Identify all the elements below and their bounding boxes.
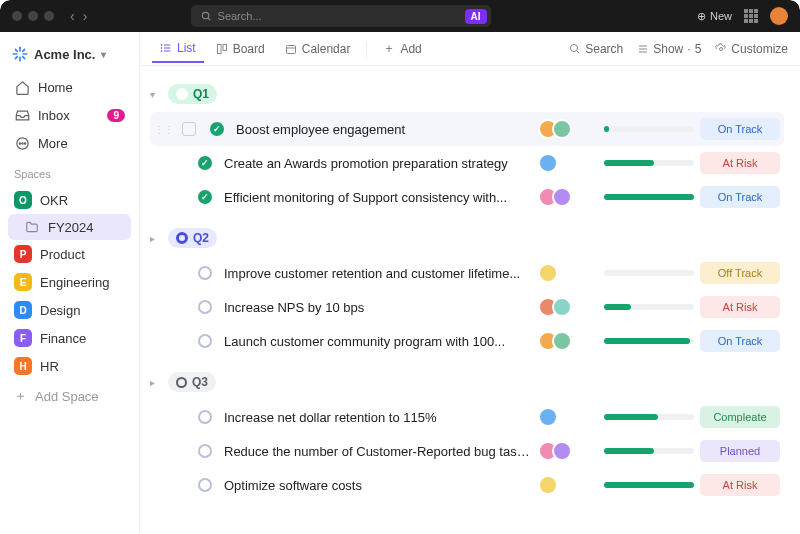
group-toggle[interactable]: ▾ bbox=[150, 89, 160, 100]
nav-more[interactable]: More bbox=[8, 130, 131, 156]
task-row[interactable]: ⋮⋮Boost employee engagementOn Track bbox=[150, 112, 784, 146]
add-space-button[interactable]: ＋ Add Space bbox=[8, 382, 131, 410]
status-ring-icon bbox=[176, 232, 188, 244]
assignee-avatar[interactable] bbox=[552, 331, 572, 351]
status-pill[interactable]: At Risk bbox=[700, 152, 780, 174]
space-label: OKR bbox=[40, 193, 68, 208]
space-label: Finance bbox=[40, 331, 86, 346]
svg-line-25 bbox=[577, 50, 580, 53]
group-badge[interactable]: ✓Q1 bbox=[168, 84, 217, 104]
task-title: Boost employee engagement bbox=[236, 122, 532, 137]
status-pill[interactable]: At Risk bbox=[700, 474, 780, 496]
space-item[interactable]: PProduct bbox=[8, 240, 131, 268]
assignee-avatar[interactable] bbox=[552, 187, 572, 207]
status-pill[interactable]: At Risk bbox=[700, 296, 780, 318]
space-item[interactable]: DDesign bbox=[8, 296, 131, 324]
task-row[interactable]: Increase NPS by 10 bpsAt Risk bbox=[194, 290, 784, 324]
group-badge[interactable]: Q2 bbox=[168, 228, 217, 248]
status-icon[interactable] bbox=[198, 334, 212, 348]
progress-bar bbox=[604, 338, 694, 344]
assignees bbox=[538, 407, 598, 427]
row-checkbox[interactable] bbox=[182, 122, 196, 136]
group-name: Q2 bbox=[193, 231, 209, 245]
assignee-avatar[interactable] bbox=[538, 475, 558, 495]
assignee-avatar[interactable] bbox=[552, 119, 572, 139]
traffic-dot[interactable] bbox=[28, 11, 38, 21]
status-icon[interactable] bbox=[198, 444, 212, 458]
task-row[interactable]: Launch customer community program with 1… bbox=[194, 324, 784, 358]
status-pill[interactable]: On Track bbox=[700, 118, 780, 140]
toolbar-customize[interactable]: Customize bbox=[715, 42, 788, 56]
new-button[interactable]: ⊕ New bbox=[697, 10, 732, 23]
nav-inbox[interactable]: Inbox 9 bbox=[8, 102, 131, 128]
forward-icon[interactable]: › bbox=[83, 8, 88, 24]
view-tab-list[interactable]: List bbox=[152, 35, 204, 63]
status-pill[interactable]: On Track bbox=[700, 330, 780, 352]
list-icon bbox=[160, 42, 172, 54]
status-complete-icon: ✓ bbox=[176, 88, 188, 100]
status-pill[interactable]: Planned bbox=[700, 440, 780, 462]
traffic-dot[interactable] bbox=[44, 11, 54, 21]
progress-bar bbox=[604, 414, 694, 420]
task-title: Launch customer community program with 1… bbox=[224, 334, 532, 349]
status-icon[interactable] bbox=[198, 410, 212, 424]
nav-home[interactable]: Home bbox=[8, 74, 131, 100]
back-icon[interactable]: ‹ bbox=[70, 8, 75, 24]
space-item[interactable]: EEngineering bbox=[8, 268, 131, 296]
apps-grid-icon[interactable] bbox=[744, 9, 758, 23]
svg-rect-20 bbox=[217, 44, 221, 53]
task-list: ▾✓Q1⋮⋮Boost employee engagementOn TrackC… bbox=[140, 66, 800, 534]
group-toggle[interactable]: ▸ bbox=[150, 233, 160, 244]
search-icon bbox=[569, 43, 581, 55]
svg-point-11 bbox=[19, 142, 20, 143]
status-icon[interactable] bbox=[198, 266, 212, 280]
window-traffic-lights bbox=[12, 11, 54, 21]
task-row[interactable]: Optimize software costsAt Risk bbox=[194, 468, 784, 502]
traffic-dot[interactable] bbox=[12, 11, 22, 21]
task-group: ▸Q3Increase net dollar retention to 115%… bbox=[150, 368, 784, 502]
status-icon[interactable] bbox=[198, 300, 212, 314]
assignees bbox=[538, 475, 598, 495]
status-icon[interactable] bbox=[198, 478, 212, 492]
assignee-avatar[interactable] bbox=[552, 297, 572, 317]
group-badge[interactable]: Q3 bbox=[168, 372, 216, 392]
toolbar-search[interactable]: Search bbox=[569, 42, 623, 56]
workspace-logo-icon bbox=[12, 46, 28, 62]
toolbar-show[interactable]: Show · 5 bbox=[637, 42, 701, 56]
space-item[interactable]: FFinance bbox=[8, 324, 131, 352]
workspace-switcher[interactable]: Acme Inc. ▾ bbox=[8, 42, 131, 66]
assignee-avatar[interactable] bbox=[552, 441, 572, 461]
task-row[interactable]: Increase net dollar retention to 115%Com… bbox=[194, 400, 784, 434]
status-icon[interactable] bbox=[210, 122, 224, 136]
inbox-badge: 9 bbox=[107, 109, 125, 122]
ai-badge[interactable]: AI bbox=[465, 9, 487, 24]
status-icon[interactable] bbox=[198, 156, 212, 170]
group-toggle[interactable]: ▸ bbox=[150, 377, 160, 388]
task-row[interactable]: Reduce the number of Customer-Reported b… bbox=[194, 434, 784, 468]
task-row[interactable]: Efficient monitoring of Support consiste… bbox=[194, 180, 784, 214]
status-pill[interactable]: On Track bbox=[700, 186, 780, 208]
add-view-button[interactable]: ＋ Add bbox=[375, 34, 429, 63]
status-pill[interactable]: Off Track bbox=[700, 262, 780, 284]
progress-bar bbox=[604, 126, 694, 132]
space-item[interactable]: OOKR bbox=[8, 186, 131, 214]
global-search[interactable]: Search... AI bbox=[191, 5, 491, 27]
assignee-avatar[interactable] bbox=[538, 153, 558, 173]
status-open-icon bbox=[176, 377, 187, 388]
assignee-avatar[interactable] bbox=[538, 407, 558, 427]
svg-line-1 bbox=[207, 17, 209, 19]
view-tab-board[interactable]: Board bbox=[208, 36, 273, 62]
view-tab-calendar[interactable]: Calendar bbox=[277, 36, 359, 62]
status-pill[interactable]: Compleate bbox=[700, 406, 780, 428]
drag-handle-icon[interactable]: ⋮⋮ bbox=[154, 124, 176, 135]
status-icon[interactable] bbox=[198, 190, 212, 204]
user-avatar[interactable] bbox=[770, 7, 788, 25]
space-item[interactable]: HHR bbox=[8, 352, 131, 380]
task-row[interactable]: Improve customer retention and customer … bbox=[194, 256, 784, 290]
svg-line-9 bbox=[23, 49, 25, 51]
task-row[interactable]: Create an Awards promotion preparation s… bbox=[194, 146, 784, 180]
progress-bar bbox=[604, 194, 694, 200]
space-folder[interactable]: FY2024 bbox=[8, 214, 131, 240]
svg-point-13 bbox=[24, 142, 25, 143]
assignee-avatar[interactable] bbox=[538, 263, 558, 283]
